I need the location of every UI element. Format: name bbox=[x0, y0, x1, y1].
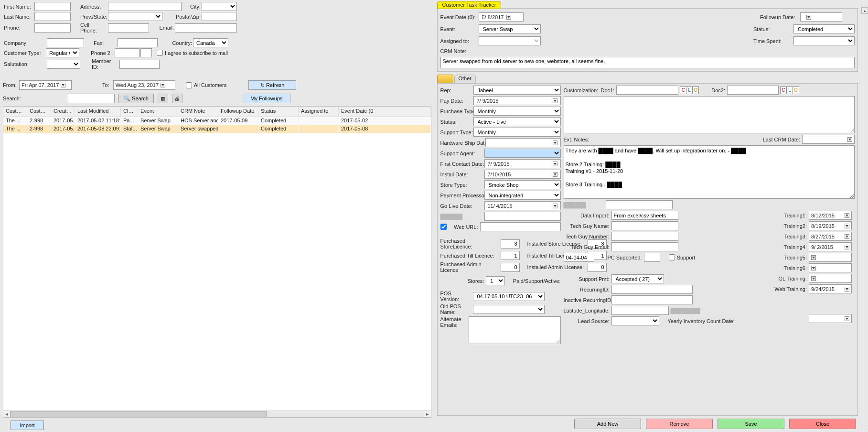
col-event-date[interactable]: Event Date (0 bbox=[339, 107, 431, 117]
from-date[interactable]: Fri Apr 07, 2017 bbox=[19, 80, 72, 90]
training5-field[interactable] bbox=[809, 253, 852, 262]
storetype-select[interactable]: Smoke Shop bbox=[484, 180, 561, 189]
last-name-input[interactable] bbox=[34, 12, 71, 21]
latlng-input[interactable] bbox=[611, 306, 669, 315]
training4-field[interactable]: 9/ 2/2015 bbox=[809, 242, 852, 251]
first-name-input[interactable] bbox=[34, 2, 71, 11]
table-row[interactable]: The ... 2-998 2017-05... 2017-05-02 11:1… bbox=[3, 117, 431, 125]
blur-input-1[interactable] bbox=[606, 200, 673, 209]
col-customer1[interactable]: Custom... bbox=[3, 107, 27, 117]
hwship-field[interactable] bbox=[485, 138, 561, 147]
supportagent-select[interactable] bbox=[484, 149, 561, 158]
cust-type-select[interactable]: Regular Custo bbox=[46, 48, 79, 57]
remove-button[interactable]: Remove bbox=[646, 419, 713, 429]
rep-select[interactable]: Jabeel bbox=[473, 86, 561, 95]
table-row[interactable]: The ... 2-998 2017-05... 2017-05-08 22:0… bbox=[3, 125, 431, 133]
save-button[interactable]: Save bbox=[718, 419, 784, 429]
address-input[interactable] bbox=[108, 2, 182, 11]
training1-field[interactable]: 8/12/2015 bbox=[809, 211, 852, 220]
paid-input[interactable] bbox=[564, 253, 594, 262]
installdate-field[interactable]: 7/10/2015 bbox=[484, 170, 561, 179]
extnotes-textarea[interactable] bbox=[564, 145, 855, 199]
memberid-input[interactable] bbox=[119, 60, 160, 69]
phone2-input[interactable] bbox=[115, 48, 139, 57]
training2-field[interactable]: 8/19/2015 bbox=[809, 221, 852, 230]
techguyemail-input[interactable] bbox=[611, 242, 678, 251]
assigned-select[interactable] bbox=[479, 36, 541, 45]
postal-input[interactable] bbox=[202, 12, 237, 21]
support-checkbox[interactable]: Support bbox=[669, 254, 696, 260]
altemails-textarea[interactable] bbox=[469, 316, 560, 344]
search-button[interactable]: 🔍 Search bbox=[118, 94, 154, 103]
phone2-ext-input[interactable] bbox=[140, 48, 152, 57]
col-crm-note[interactable]: CRM Note bbox=[178, 107, 218, 117]
gltraining-field[interactable] bbox=[809, 274, 852, 283]
import-button[interactable]: Import bbox=[11, 421, 44, 430]
webtraining-field[interactable]: 9/24/2015 bbox=[809, 284, 852, 293]
col-followup[interactable]: Followup Date bbox=[218, 107, 258, 117]
col-status[interactable]: Status bbox=[258, 107, 299, 117]
fax-input[interactable] bbox=[118, 38, 158, 47]
weburl-checkbox[interactable] bbox=[440, 224, 447, 230]
status-select[interactable]: Completed bbox=[793, 24, 855, 33]
refresh-button[interactable]: ↻ Refresh bbox=[248, 80, 296, 90]
purch-store-input[interactable] bbox=[501, 239, 520, 248]
training3-field[interactable]: 8/27/2015 bbox=[809, 232, 852, 241]
right-vscrollbar[interactable]: ▴ ▾ bbox=[861, 0, 868, 432]
email-input[interactable] bbox=[175, 23, 237, 32]
golive-field[interactable]: 11/ 4/2015 bbox=[484, 201, 561, 210]
crm-note-textarea[interactable] bbox=[440, 57, 855, 68]
col-assigned[interactable]: Assigned to bbox=[299, 107, 339, 117]
supportpmt-select[interactable]: Accepted ( 27) bbox=[611, 274, 664, 283]
scroll-up-icon[interactable]: ▴ bbox=[861, 7, 868, 14]
doc2-clo[interactable]: CLO bbox=[781, 86, 799, 94]
purch-admin-input[interactable] bbox=[501, 263, 520, 272]
lastcrmdate-field[interactable] bbox=[802, 135, 855, 144]
dataimport-input[interactable] bbox=[611, 211, 678, 220]
columns-icon[interactable]: ▦ bbox=[158, 94, 168, 103]
hidden-input[interactable] bbox=[484, 212, 561, 221]
pcsupported-input[interactable] bbox=[644, 253, 660, 262]
recurringid-input[interactable] bbox=[611, 285, 693, 294]
firstcontact-field[interactable]: 7/ 9/2015 bbox=[484, 159, 561, 168]
techguynumber-input[interactable] bbox=[611, 232, 678, 241]
paymentproc-select[interactable]: Non-integrated bbox=[484, 191, 561, 200]
techguyname-input[interactable] bbox=[611, 221, 678, 230]
task-grid[interactable]: Custom... Custom... Created Last Modifie… bbox=[3, 106, 431, 418]
company-input[interactable] bbox=[47, 38, 84, 47]
col-clerk[interactable]: Clerk bbox=[121, 107, 138, 117]
doc2-input[interactable] bbox=[727, 86, 779, 95]
oldpos-select[interactable] bbox=[473, 305, 545, 314]
stores-select[interactable]: 1 bbox=[486, 276, 504, 285]
close-button[interactable]: Close bbox=[789, 419, 856, 429]
followup-date-field[interactable] bbox=[800, 12, 842, 22]
posversion-select[interactable]: 04.17.05.10 UTC23 -06 bbox=[473, 292, 545, 301]
subscribe-checkbox[interactable]: I agree to subscribe to mail bbox=[157, 50, 228, 56]
inactiverecurring-input[interactable] bbox=[611, 295, 693, 304]
customer-task-tracker-tab[interactable]: Customer Task Tracker bbox=[437, 1, 502, 9]
salutation-select[interactable] bbox=[47, 60, 80, 69]
doc1-clo[interactable]: CLO bbox=[680, 86, 699, 94]
to-date[interactable]: Wed Aug 23, 2017 bbox=[113, 80, 175, 90]
cellphone-input[interactable] bbox=[108, 23, 149, 32]
doc1-input[interactable] bbox=[616, 86, 678, 95]
event-select[interactable]: Server Swap bbox=[479, 24, 541, 33]
col-customer2[interactable]: Custom... bbox=[27, 107, 51, 117]
folder-icon[interactable] bbox=[437, 75, 453, 83]
timespent-select[interactable] bbox=[793, 36, 855, 45]
prov-select[interactable] bbox=[108, 12, 162, 21]
col-last-modified[interactable]: Last Modified bbox=[75, 107, 121, 117]
add-new-button[interactable]: Add New bbox=[574, 419, 641, 429]
col-event[interactable]: Event bbox=[138, 107, 178, 117]
customization-textarea[interactable] bbox=[564, 96, 855, 133]
leadsource-select[interactable] bbox=[611, 316, 659, 325]
grid-hscrollbar[interactable]: ◂ ▸ bbox=[3, 410, 431, 417]
country-select[interactable]: Canada bbox=[193, 38, 228, 47]
supporttype-select[interactable]: Monthly bbox=[473, 128, 561, 137]
col-created[interactable]: Created bbox=[51, 107, 75, 117]
yearlyinv-field[interactable] bbox=[809, 314, 852, 323]
purch-till-input[interactable] bbox=[501, 251, 520, 260]
paydate-field[interactable]: 7/ 9/2015 bbox=[473, 96, 561, 105]
my-followups-button[interactable]: My Followups bbox=[243, 94, 290, 103]
phone-input[interactable] bbox=[34, 23, 71, 32]
